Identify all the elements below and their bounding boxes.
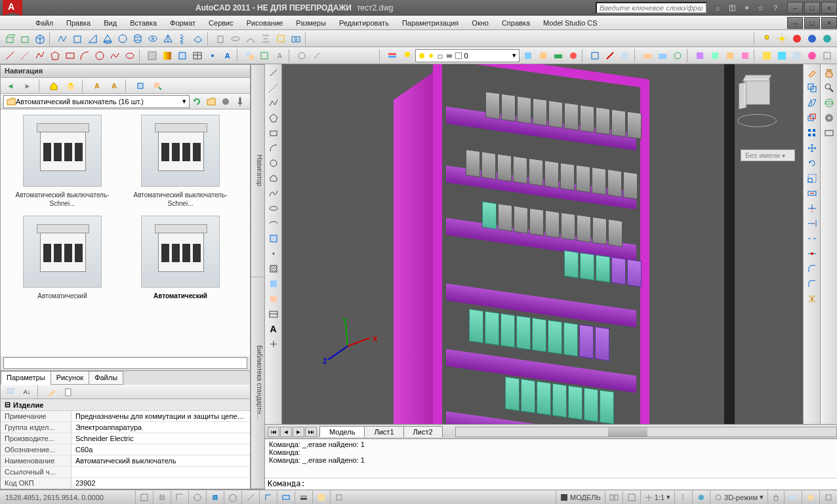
viewcube[interactable] xyxy=(731,71,783,123)
osnap3d-button[interactable] xyxy=(224,491,241,504)
mirror-icon[interactable] xyxy=(805,96,819,110)
section-icon[interactable] xyxy=(274,31,288,46)
annoscale-button[interactable]: 1:1▾ xyxy=(640,491,674,504)
sidetab-library[interactable]: Библиотека стандартн... xyxy=(251,277,264,490)
text-icon[interactable]: A xyxy=(220,48,235,63)
clean-button[interactable] xyxy=(819,491,837,504)
quickview2-button[interactable] xyxy=(623,491,640,504)
gallery-item-2[interactable]: Автоматический xyxy=(3,216,121,300)
torus-icon[interactable] xyxy=(146,31,160,46)
spline-icon[interactable] xyxy=(108,48,122,63)
dl-arc-icon[interactable] xyxy=(266,141,281,155)
nav-up-icon[interactable] xyxy=(64,79,78,93)
prop-doc-icon[interactable] xyxy=(61,385,75,399)
annovis-button[interactable] xyxy=(674,491,692,504)
dl-rect-icon[interactable] xyxy=(266,126,281,140)
lwt-button[interactable] xyxy=(295,491,312,504)
extrude2-icon[interactable] xyxy=(213,31,228,46)
annoauto-button[interactable] xyxy=(692,491,710,504)
dl-mtext-icon[interactable]: A xyxy=(266,322,281,336)
tool1-icon[interactable] xyxy=(295,48,309,63)
prop-val[interactable]: Электроаппаратура xyxy=(71,422,250,433)
ms-tool-2[interactable] xyxy=(536,48,550,63)
tab-sheet1[interactable]: Лист1 xyxy=(364,426,403,437)
extend-icon[interactable] xyxy=(805,216,819,231)
dl-revcloud-icon[interactable] xyxy=(266,171,281,185)
prop-val[interactable]: Schneider Electric xyxy=(71,433,250,444)
ellipse-icon[interactable] xyxy=(123,48,137,63)
prop-val[interactable]: Автоматический выключатель xyxy=(71,456,250,466)
polyline-icon[interactable] xyxy=(33,48,47,63)
join-icon[interactable] xyxy=(805,246,819,261)
tab-sheet2[interactable]: Лист2 xyxy=(403,426,443,437)
layer-bulb-icon[interactable] xyxy=(400,48,415,63)
osnap-button[interactable] xyxy=(206,491,224,504)
scale-icon[interactable] xyxy=(805,171,819,185)
pyramid-icon[interactable] xyxy=(161,31,175,46)
tab-last-button[interactable]: ⏭ xyxy=(305,427,317,437)
nav-view-icon[interactable] xyxy=(218,94,233,109)
menu-insert[interactable]: Вставка xyxy=(123,17,163,29)
ms-tool-10[interactable] xyxy=(670,48,685,63)
otrack-button[interactable] xyxy=(241,491,259,504)
line-icon[interactable] xyxy=(3,48,17,63)
prop-edit-icon[interactable] xyxy=(45,385,59,399)
doc-close-button[interactable]: × xyxy=(821,17,837,29)
gradient-icon[interactable] xyxy=(160,48,174,63)
ms-tool-11[interactable] xyxy=(693,48,707,63)
gallery-item-1[interactable]: Автоматический выключатель-Schnei... xyxy=(121,115,239,208)
arc-icon[interactable] xyxy=(78,48,92,63)
ms-tool-9[interactable] xyxy=(655,48,670,63)
render-red-icon[interactable] xyxy=(790,31,804,46)
ms-tool-13[interactable] xyxy=(723,48,737,63)
erase-icon[interactable] xyxy=(805,66,819,80)
close-button[interactable]: × xyxy=(821,2,837,14)
maximize-button[interactable]: □ xyxy=(804,2,820,14)
sun-icon[interactable] xyxy=(775,31,789,46)
nav-add-icon[interactable] xyxy=(150,79,165,93)
wedge-icon[interactable] xyxy=(85,31,100,46)
tab-model[interactable]: Модель xyxy=(319,426,365,437)
quickview-button[interactable] xyxy=(605,491,623,504)
point-icon[interactable] xyxy=(205,48,220,63)
loft-icon[interactable] xyxy=(258,31,273,46)
ortho-button[interactable] xyxy=(171,491,188,504)
dl-point-icon[interactable] xyxy=(266,246,281,261)
layer-dropdown[interactable]: 0 ▾ xyxy=(415,49,520,62)
ms-tool-1[interactable] xyxy=(521,48,535,63)
table-icon[interactable] xyxy=(190,48,205,63)
break-icon[interactable] xyxy=(805,231,819,246)
dl-region-icon[interactable] xyxy=(266,292,281,306)
ms-tool-14[interactable] xyxy=(738,48,752,63)
sphere-icon[interactable] xyxy=(115,31,130,46)
polygon-icon[interactable] xyxy=(48,48,62,63)
tab-next-button[interactable]: ► xyxy=(293,427,304,437)
ms-tool-15[interactable] xyxy=(760,48,774,63)
ray-icon[interactable] xyxy=(18,48,32,63)
cylinder-icon[interactable] xyxy=(131,31,145,46)
nav-pin-icon[interactable] xyxy=(233,94,247,109)
flatshot-icon[interactable] xyxy=(289,31,303,46)
ws-button[interactable]: 3D-режим▾ xyxy=(710,491,767,504)
dl-block-icon[interactable] xyxy=(266,231,281,246)
share-icon[interactable]: ✶ xyxy=(741,3,752,13)
dl-xline-icon[interactable] xyxy=(266,81,281,95)
layer-props-icon[interactable] xyxy=(385,48,399,63)
star-icon[interactable]: ☆ xyxy=(756,3,766,13)
trim-icon[interactable] xyxy=(805,201,819,216)
dl-hatch-icon[interactable] xyxy=(266,262,281,276)
revolve-icon[interactable] xyxy=(228,31,243,46)
tab-files[interactable]: Файлы xyxy=(89,371,123,385)
menu-parametric[interactable]: Параметризация xyxy=(396,17,465,29)
ms-tool-8[interactable] xyxy=(640,48,655,63)
polysolid-icon[interactable] xyxy=(55,31,70,46)
key-icon[interactable]: ⚿ xyxy=(727,3,737,13)
gallery-item-3[interactable]: Автоматический xyxy=(121,216,239,300)
prop-val[interactable]: 23902 xyxy=(71,478,250,488)
tab-prev-button[interactable]: ◄ xyxy=(280,427,292,437)
menu-draw[interactable]: Рисование xyxy=(240,17,289,29)
block-icon[interactable] xyxy=(243,48,257,63)
nav-insert-icon[interactable] xyxy=(133,79,148,93)
presspull-icon[interactable] xyxy=(18,31,32,46)
qp-button[interactable] xyxy=(312,491,330,504)
